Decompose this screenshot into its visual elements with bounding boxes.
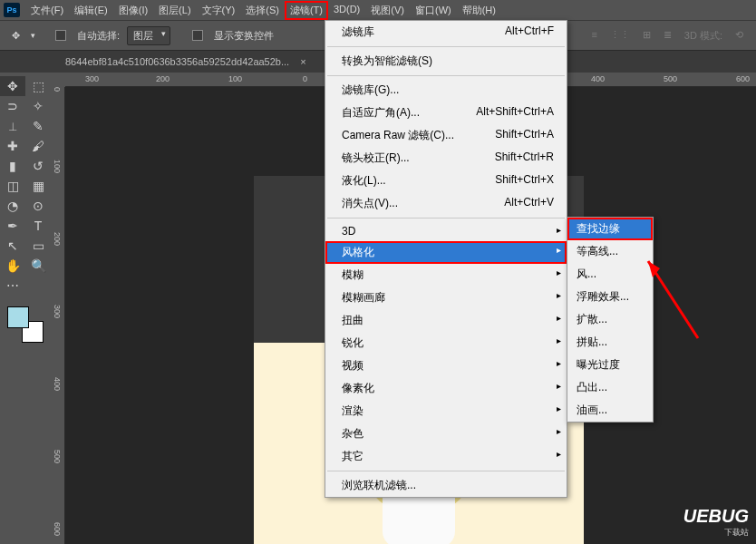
menu-item[interactable]: 镜头校正(R)...Shift+Ctrl+R — [325, 147, 567, 170]
menubar-item[interactable]: 窗口(W) — [410, 1, 457, 20]
auto-select-checkbox[interactable] — [55, 30, 66, 41]
submenu-item[interactable]: 曝光过度 — [567, 354, 653, 376]
gradient-tool-icon[interactable]: ▦ — [25, 176, 51, 196]
wand-tool-icon[interactable]: ✧ — [25, 96, 51, 116]
menubar-item[interactable]: 滤镜(T) — [285, 1, 328, 20]
stylize-submenu: 查找边缘等高线...风...浮雕效果...扩散...拼贴...曝光过度凸出...… — [567, 217, 654, 423]
menu-item[interactable]: Camera Raw 滤镜(C)...Shift+Ctrl+A — [325, 124, 567, 147]
pen-tool-icon[interactable]: ✒ — [0, 216, 25, 236]
auto-select-label: 自动选择: — [77, 29, 120, 43]
hand-tool-icon[interactable]: ✋ — [0, 256, 25, 276]
menu-item[interactable]: 转换为智能滤镜(S) — [325, 50, 567, 73]
history-brush-icon[interactable]: ↺ — [25, 156, 51, 176]
menubar-item[interactable]: 编辑(E) — [69, 1, 113, 20]
menu-item[interactable]: 渲染 — [325, 400, 567, 423]
align-icon[interactable]: ≡ — [591, 29, 596, 43]
lasso-tool-icon[interactable]: ⊃ — [0, 96, 25, 116]
menu-item[interactable]: 3D — [325, 221, 567, 241]
layer-select[interactable]: 图层 — [127, 26, 170, 45]
type-tool-icon[interactable]: T — [25, 216, 51, 236]
close-icon[interactable]: × — [300, 56, 305, 67]
heal-tool-icon[interactable]: ✚ — [0, 136, 25, 156]
menu-item[interactable]: 消失点(V)...Alt+Ctrl+V — [325, 192, 567, 215]
chevron-down-icon[interactable]: ▾ — [31, 31, 35, 40]
submenu-item[interactable]: 浮雕效果... — [567, 286, 653, 308]
move-tool-icon: ✥ — [7, 27, 24, 44]
move-tool-icon[interactable]: ✥ — [0, 76, 25, 96]
submenu-item[interactable]: 拼贴... — [567, 331, 653, 354]
menu-item[interactable]: 风格化 — [325, 241, 567, 264]
filter-menu: 滤镜库Alt+Ctrl+F转换为智能滤镜(S)滤镜库(G)...自适应广角(A)… — [325, 20, 567, 498]
menu-item[interactable]: 液化(L)...Shift+Ctrl+X — [325, 170, 567, 192]
submenu-item[interactable]: 风... — [567, 263, 653, 286]
orbit-icon[interactable]: ⟲ — [735, 29, 743, 43]
menubar-item[interactable]: 图像(I) — [113, 1, 153, 20]
blur-tool-icon[interactable]: ◔ — [0, 196, 25, 216]
menu-item[interactable]: 像素化 — [325, 377, 567, 400]
menu-item[interactable]: 杂色 — [325, 423, 567, 445]
menu-item[interactable]: 模糊 — [325, 264, 567, 287]
crop-tool-icon[interactable]: ⟂ — [0, 116, 25, 136]
menubar-item[interactable]: 帮助(H) — [457, 1, 501, 20]
ruler-vertical: 0100200300400500600 — [51, 87, 65, 544]
menu-item[interactable]: 其它 — [325, 445, 567, 468]
menubar-item[interactable]: 3D(D) — [328, 1, 365, 20]
shape-tool-icon[interactable]: ▭ — [25, 236, 51, 256]
menu-item[interactable]: 视频 — [325, 355, 567, 377]
menubar-item[interactable]: 选择(S) — [240, 1, 285, 20]
menubar-item[interactable]: 图层(L) — [153, 1, 196, 20]
path-tool-icon[interactable]: ↖ — [0, 236, 25, 256]
menu-item[interactable]: 模糊画廊 — [325, 287, 567, 309]
align-icon[interactable]: ⊞ — [643, 29, 651, 43]
menubar: Ps 文件(F)编辑(E)图像(I)图层(L)文字(Y)选择(S)滤镜(T)3D… — [0, 0, 756, 20]
mode3d-label: 3D 模式: — [684, 29, 722, 43]
align-icon[interactable]: ⋮⋮ — [610, 29, 630, 43]
document-tab[interactable]: 8644ebf81a4c510f0636b3356a59252dd42aa52b… — [65, 56, 289, 67]
align-icon[interactable]: ≣ — [664, 29, 672, 43]
edit-toolbar-icon[interactable]: ⋯ — [0, 276, 25, 296]
eyedropper-tool-icon[interactable]: ✎ — [25, 116, 51, 136]
menu-item[interactable]: 浏览联机滤镜... — [325, 474, 567, 497]
menubar-item[interactable]: 视图(V) — [365, 1, 410, 20]
stamp-tool-icon[interactable]: ▮ — [0, 156, 25, 176]
submenu-item[interactable]: 查找边缘 — [567, 218, 653, 240]
menu-item[interactable]: 扭曲 — [325, 309, 567, 332]
show-transform-checkbox[interactable] — [192, 30, 203, 41]
menubar-item[interactable]: 文字(Y) — [197, 1, 241, 20]
show-transform-label: 显示变换控件 — [214, 29, 274, 43]
watermark: UEBUG下载站 — [683, 506, 749, 539]
submenu-item[interactable]: 等高线... — [567, 240, 653, 263]
menu-item[interactable]: 滤镜库Alt+Ctrl+F — [325, 21, 567, 44]
menu-item[interactable]: 自适应广角(A)...Alt+Shift+Ctrl+A — [325, 102, 567, 124]
color-swatch[interactable] — [7, 306, 44, 343]
marquee-tool-icon[interactable]: ⬚ — [25, 76, 51, 96]
menubar-item[interactable]: 文件(F) — [25, 1, 69, 20]
menu-item[interactable]: 滤镜库(G)... — [325, 79, 567, 102]
menu-item[interactable]: 锐化 — [325, 332, 567, 355]
eraser-tool-icon[interactable]: ◫ — [0, 176, 25, 196]
brush-tool-icon[interactable]: 🖌 — [25, 136, 51, 156]
submenu-item[interactable]: 扩散... — [567, 308, 653, 331]
dodge-tool-icon[interactable]: ⊙ — [25, 196, 51, 216]
app-logo: Ps — [4, 3, 20, 17]
zoom-tool-icon[interactable]: 🔍 — [25, 256, 51, 276]
submenu-item[interactable]: 凸出... — [567, 376, 653, 399]
submenu-item[interactable]: 油画... — [567, 399, 653, 422]
toolbox: ✥⬚ ⊃✧ ⟂✎ ✚🖌 ▮↺ ◫▦ ◔⊙ ✒T ↖▭ ✋🔍 ⋯ — [0, 73, 51, 544]
